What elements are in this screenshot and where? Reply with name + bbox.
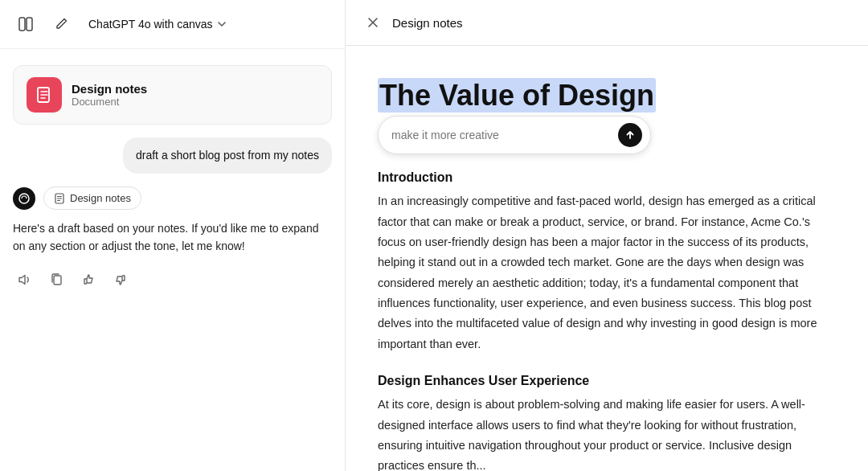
copy-icon[interactable] <box>45 268 68 291</box>
left-header: ChatGPT 4o with canvas <box>0 0 345 49</box>
section2-heading: Design Enhances User Experience <box>378 374 836 388</box>
model-selector[interactable]: ChatGPT 4o with canvas <box>84 14 232 34</box>
user-message-text: draft a short blog post from my notes <box>136 149 319 162</box>
section2-body: At its core, design is about problem-sol… <box>378 395 836 471</box>
article-title: The Value of Design <box>378 79 656 112</box>
left-content: Design notes Document draft a short blog… <box>0 49 345 471</box>
svg-rect-1 <box>27 18 32 31</box>
svg-point-3 <box>19 194 29 203</box>
inline-prompt-input[interactable] <box>391 129 612 141</box>
edit-button[interactable] <box>48 11 74 37</box>
svg-rect-0 <box>19 18 25 31</box>
inline-send-button[interactable] <box>618 123 642 147</box>
sidebar-toggle-button[interactable] <box>13 11 39 37</box>
left-panel: ChatGPT 4o with canvas Design notes Docu… <box>0 0 346 471</box>
inline-prompt-bar[interactable] <box>378 116 651 154</box>
document-ref-icon <box>54 193 65 204</box>
svg-rect-5 <box>54 276 61 285</box>
assistant-header-row: Design notes <box>13 186 332 210</box>
assistant-section: Design notes Here's a draft based on you… <box>13 186 332 291</box>
section2: Design Enhances User Experience At its c… <box>378 374 836 471</box>
document-subtitle: Document <box>72 96 147 108</box>
intro-heading: Introduction <box>378 170 836 185</box>
article-title-wrapper: The Value of Design <box>378 78 836 113</box>
article-title-highlighted: The Value of Design <box>378 78 656 113</box>
chevron-down-icon <box>216 18 227 30</box>
document-title: Design notes <box>72 82 147 96</box>
user-message-bubble: draft a short blog post from my notes <box>123 137 332 174</box>
document-icon <box>27 77 62 113</box>
right-header: Design notes <box>346 0 868 46</box>
document-card[interactable]: Design notes Document <box>13 65 332 125</box>
thumbs-up-icon[interactable] <box>77 268 100 291</box>
document-ref-pill[interactable]: Design notes <box>43 186 141 210</box>
model-label: ChatGPT 4o with canvas <box>88 18 213 31</box>
thumbs-down-icon[interactable] <box>109 268 132 291</box>
action-icons-row <box>13 268 332 291</box>
close-icon <box>366 16 379 29</box>
document-info: Design notes Document <box>72 82 147 108</box>
right-content: The Value of Design Introduction In an i… <box>346 46 868 471</box>
send-icon <box>624 129 636 141</box>
intro-body: In an increasingly competitive and fast-… <box>378 191 836 354</box>
canvas-title: Design notes <box>392 16 463 30</box>
volume-icon[interactable] <box>13 268 35 291</box>
document-ref-label: Design notes <box>70 192 131 204</box>
right-panel: Design notes The Value of Design Introdu… <box>346 0 868 471</box>
intro-section: Introduction In an increasingly competit… <box>378 170 836 354</box>
assistant-avatar <box>13 187 35 210</box>
assistant-response-text: Here's a draft based on your notes. If y… <box>13 219 332 256</box>
close-button[interactable] <box>362 11 384 34</box>
